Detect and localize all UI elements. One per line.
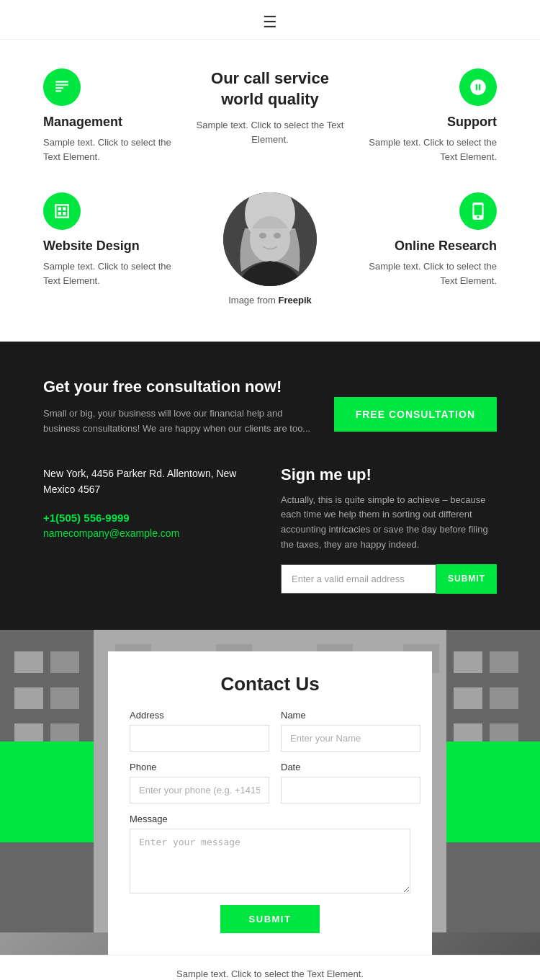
- free-consultation-button[interactable]: FREE CONSULTATION: [334, 397, 497, 432]
- footer: Sample text. Click to select the Text El…: [0, 955, 540, 980]
- website-design-text: Sample text. Click to select the Text El…: [43, 259, 187, 288]
- footer-text: Sample text. Click to select the Text El…: [43, 968, 497, 979]
- svg-rect-12: [50, 687, 79, 709]
- consultation-title: Get your free consultation now!: [43, 378, 317, 396]
- dark-section: Get your free consultation now! Small or…: [0, 342, 540, 630]
- services-section: Management Sample text. Click to select …: [0, 40, 540, 342]
- address-label: Address: [130, 710, 269, 721]
- phone-input[interactable]: [130, 777, 269, 803]
- svg-rect-11: [14, 687, 43, 709]
- support-title: Support: [353, 115, 497, 130]
- name-group: Name: [281, 710, 420, 752]
- header: ☰: [0, 0, 540, 40]
- message-label: Message: [130, 814, 410, 824]
- hamburger-icon[interactable]: ☰: [263, 13, 277, 32]
- consultation-text: Small or big, your business will love ou…: [43, 406, 317, 437]
- form-row-address-name: Address Name: [130, 710, 410, 752]
- green-accent-left: [0, 741, 94, 842]
- service-support: Support Sample text. Click to select the…: [353, 68, 497, 164]
- service-website-design: Website Design Sample text. Click to sel…: [43, 192, 187, 288]
- center-text: Sample text. Click to select the Text El…: [191, 118, 349, 146]
- phone-label: Phone: [130, 762, 269, 772]
- contact-submit-button[interactable]: SUBMIT: [220, 905, 320, 933]
- phone-group: Phone: [130, 762, 269, 803]
- email-form: SUBMIT: [281, 564, 497, 594]
- online-research-text: Sample text. Click to select the Text El…: [353, 259, 497, 288]
- signup-section: Sign me up! Actually, this is quite simp…: [281, 466, 497, 594]
- website-design-title: Website Design: [43, 239, 187, 254]
- signup-title: Sign me up!: [281, 466, 497, 484]
- management-title: Management: [43, 115, 187, 130]
- svg-rect-19: [454, 687, 482, 709]
- svg-rect-10: [50, 651, 79, 673]
- management-icon: [43, 68, 81, 106]
- center-title: Our call service world quality: [191, 68, 349, 110]
- service-online-research: Online Research Sample text. Click to se…: [353, 192, 497, 288]
- svg-rect-18: [490, 651, 518, 673]
- email-input[interactable]: [281, 564, 436, 594]
- green-accent-right: [446, 741, 540, 842]
- online-research-title: Online Research: [353, 239, 497, 254]
- svg-rect-20: [490, 687, 518, 709]
- avatar: [223, 192, 317, 286]
- avatar-container: Image from Freepik: [191, 192, 349, 306]
- date-label: Date: [281, 762, 420, 772]
- message-textarea[interactable]: [130, 829, 410, 894]
- contact-section: Contact Us Address Name Phone Date Messa…: [0, 630, 540, 955]
- message-group: Message: [130, 814, 410, 894]
- submit-button[interactable]: SUBMIT: [436, 564, 497, 594]
- address-text: New York, 4456 Parker Rd. Allentown, New…: [43, 466, 259, 498]
- date-input[interactable]: [281, 777, 420, 803]
- consultation-left: Get your free consultation now! Small or…: [43, 378, 317, 437]
- contact-form-card: Contact Us Address Name Phone Date Messa…: [108, 651, 432, 955]
- signup-text: Actually, this is quite simple to achiev…: [281, 493, 497, 553]
- freepik-link: Freepik: [279, 295, 312, 306]
- address-input[interactable]: [130, 725, 269, 752]
- name-label: Name: [281, 710, 420, 721]
- online-research-icon: [459, 192, 497, 230]
- dark-section-top: Get your free consultation now! Small or…: [43, 378, 497, 437]
- website-design-icon: [43, 192, 81, 230]
- form-row-phone-date: Phone Date: [130, 762, 410, 803]
- services-row-1: Management Sample text. Click to select …: [43, 68, 497, 164]
- image-credit: Image from Freepik: [228, 295, 312, 306]
- contact-title: Contact Us: [130, 673, 410, 695]
- management-text: Sample text. Click to select the Text El…: [43, 135, 187, 164]
- address-group: Address: [130, 710, 269, 752]
- svg-rect-17: [454, 651, 482, 673]
- email-link[interactable]: namecompany@example.com: [43, 527, 179, 539]
- date-group: Date: [281, 762, 420, 803]
- service-management: Management Sample text. Click to select …: [43, 68, 187, 164]
- support-text: Sample text. Click to select the Text El…: [353, 135, 497, 164]
- services-row-2: Website Design Sample text. Click to sel…: [43, 192, 497, 306]
- dark-section-bottom: New York, 4456 Parker Rd. Allentown, New…: [43, 466, 497, 594]
- contact-info: New York, 4456 Parker Rd. Allentown, New…: [43, 466, 259, 540]
- name-input[interactable]: [281, 725, 420, 752]
- service-center-heading: Our call service world quality Sample te…: [191, 68, 349, 146]
- svg-rect-9: [14, 651, 43, 673]
- phone-link[interactable]: +1(505) 556-9999: [43, 512, 259, 524]
- support-icon: [459, 68, 497, 106]
